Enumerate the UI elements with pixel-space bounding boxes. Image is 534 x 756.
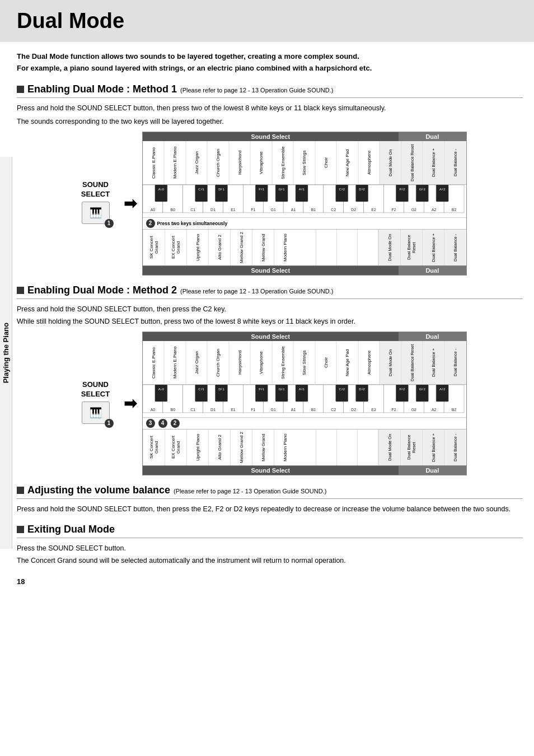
kbd1-bottom-labels: SK Concert Grand EX Concert Grand Uprigh… [143, 229, 466, 265]
sn-atmosphere: Atmosphere [358, 141, 380, 184]
kbd1-step2: 2 Press two keys simultaneously [143, 217, 466, 229]
section1-icon [17, 86, 24, 93]
section2-icon [17, 287, 24, 294]
svg-text:A2: A2 [431, 408, 436, 412]
section4-body1: Press the SOUND SELECT button. [17, 543, 523, 554]
svg-text:E2: E2 [371, 208, 376, 212]
keyboard-diagram2: Sound Select Dual Classic E.Piano Modern… [142, 332, 467, 475]
arrow2: ➡ [124, 394, 137, 413]
sn-new-age-pad: New Age Pad [336, 141, 358, 184]
sound-select-label1: SOUNDSELECT [73, 180, 118, 199]
kbd1-footer: Sound Select Dual [143, 265, 466, 275]
diagram1-wrapper: SOUNDSELECT 🎹 1 ➡ Sound Select Dual [17, 132, 523, 276]
section4-heading: Exiting Dual Mode [17, 524, 523, 538]
section1-body2: The sounds corresponding to the two keys… [17, 116, 523, 127]
kbd1-sound-names: Classic E.Piano Modern E.Piano Jazz Orga… [143, 141, 466, 185]
svg-text:D♯2: D♯2 [359, 188, 365, 191]
kbd2-sound-names: Classic E.Piano Modern E.Piano Jazz Orga… [143, 341, 466, 385]
sn-dual-balance-plus: Dual Balance + [423, 141, 444, 184]
intro-line2: For example, a piano sound layered with … [17, 63, 523, 74]
svg-text:B1: B1 [311, 408, 316, 412]
sn-string-ensemble: String Ensemble [272, 141, 294, 184]
kbd2-footer-sound: Sound Select [143, 466, 399, 475]
svg-text:B0: B0 [170, 208, 175, 212]
section1-title: Enabling Dual Mode : Method 1 [27, 83, 177, 95]
sn-church-organ: Church Organ [207, 141, 229, 184]
svg-text:A0: A0 [150, 208, 155, 212]
page-number-block: 18 [17, 577, 523, 586]
page-number: 18 [17, 577, 25, 586]
sidebar-label: Playing the Piano [2, 323, 10, 383]
svg-text:B2: B2 [451, 208, 456, 212]
svg-text:E1: E1 [231, 208, 236, 212]
sound-select-icon2: 🎹 1 [82, 402, 110, 424]
step2-circle: 2 [146, 219, 155, 228]
sound-select-side1: SOUNDSELECT 🎹 1 [73, 180, 118, 226]
kbd1-keys-svg: A♭0 C♯1 D♯1 F♯1 G♯1 A♯1 C♯2 D♯2 F♯2 G♯2 … [143, 185, 466, 216]
bl-empty1 [296, 230, 316, 265]
svg-text:C2: C2 [331, 408, 336, 412]
kbd2-bottom-labels: SK Concert Grand EX Concert Grand Uprigh… [143, 429, 466, 465]
svg-text:G♯1: G♯1 [278, 188, 285, 191]
step2b-circle: 2 [171, 419, 180, 428]
kbd1-footer-sound: Sound Select [143, 266, 399, 275]
svg-text:F2: F2 [391, 408, 396, 412]
svg-text:C1: C1 [190, 208, 195, 212]
svg-text:G♯1: G♯1 [278, 388, 285, 391]
bl-mellow-grand: Mellow Grand [252, 230, 274, 265]
section4-icon [17, 526, 24, 533]
sn-vibraphone: Vibraphone [250, 141, 272, 184]
svg-text:A2: A2 [431, 208, 436, 212]
sound-select-header1: Sound Select [143, 132, 399, 141]
svg-text:A♯2: A♯2 [439, 388, 445, 391]
bl-ex-concert: EX Concert Grand [165, 230, 186, 265]
kbd2-steps: 3 4 2 [143, 417, 466, 429]
sound-select-icon1: 🎹 1 [82, 202, 110, 224]
svg-text:A♭0: A♭0 [158, 388, 164, 391]
sn-choir: Choir [315, 141, 337, 184]
svg-text:A1: A1 [291, 208, 296, 212]
page-wrapper: Playing the Piano Dual Mode The Dual Mod… [0, 0, 534, 597]
bl-dual-mode-on: Dual Mode On [378, 230, 400, 265]
bl-upright: Upright Piano [186, 230, 208, 265]
section2-title: Enabling Dual Mode : Method 2 [27, 284, 177, 296]
svg-text:C2: C2 [331, 208, 336, 212]
svg-text:F1: F1 [251, 208, 255, 212]
kbd1-footer-dual: Dual [399, 266, 466, 275]
bl-empty2 [316, 230, 337, 265]
sound-select-side2: SOUNDSELECT 🎹 1 [73, 380, 118, 426]
bl-empty4 [358, 230, 378, 265]
sn-modern-epiano: Modern E.Piano [164, 141, 186, 184]
sound-select-label2: SOUNDSELECT [73, 380, 118, 399]
section3-title: Adjusting the volume balance [27, 484, 170, 496]
section3-heading: Adjusting the volume balance (Please ref… [17, 484, 523, 499]
bl-dual-balance-reset: Dual Balance Reset [400, 230, 422, 265]
svg-text:G♯2: G♯2 [419, 388, 425, 391]
sn-slow-strings: Slow Strings [293, 141, 315, 184]
svg-text:C♯1: C♯1 [198, 388, 204, 391]
svg-text:D1: D1 [210, 408, 216, 412]
svg-text:D♯1: D♯1 [218, 188, 224, 191]
sn-classic-epiano: Classic E.Piano [143, 141, 165, 184]
section2-heading: Enabling Dual Mode : Method 2 (Please re… [17, 284, 523, 299]
svg-text:F♯1: F♯1 [259, 388, 265, 391]
svg-text:E2: E2 [371, 408, 376, 412]
section1-heading: Enabling Dual Mode : Method 1 (Please re… [17, 83, 523, 98]
sn-dual-balance-minus: Dual Balance - [444, 141, 466, 184]
page-title: Dual Mode [0, 0, 534, 42]
sn-dual-mode-on: Dual Mode On [380, 141, 401, 184]
sound-select-header2: Sound Select [143, 332, 399, 341]
svg-text:B0: B0 [170, 408, 175, 412]
section3-body: Press and hold the SOUND SELECT button, … [17, 503, 523, 515]
kbd2-keys: A♭0 C♯1 D♯1 F♯1 G♯1 A♯1 C♯2 D♯2 F♯2 G♯2 … [143, 385, 466, 417]
section-method2: Enabling Dual Mode : Method 2 (Please re… [17, 284, 523, 475]
section1-body1: Press and hold the SOUND SELECT button, … [17, 102, 523, 114]
sn-dual-balance-reset: Dual Balance Reset [401, 141, 423, 184]
svg-text:B1: B1 [311, 208, 316, 212]
main-content: The Dual Mode function allows two sounds… [0, 51, 534, 597]
svg-text:F♯2: F♯2 [399, 188, 405, 191]
left-sidebar: Playing the Piano [0, 157, 12, 549]
kbd1-keys: A♭0 C♯1 D♯1 F♯1 G♯1 A♯1 C♯2 D♯2 F♯2 G♯2 … [143, 185, 466, 217]
intro-line1: The Dual Mode function allows two sounds… [17, 51, 523, 63]
section3-icon [17, 487, 24, 494]
